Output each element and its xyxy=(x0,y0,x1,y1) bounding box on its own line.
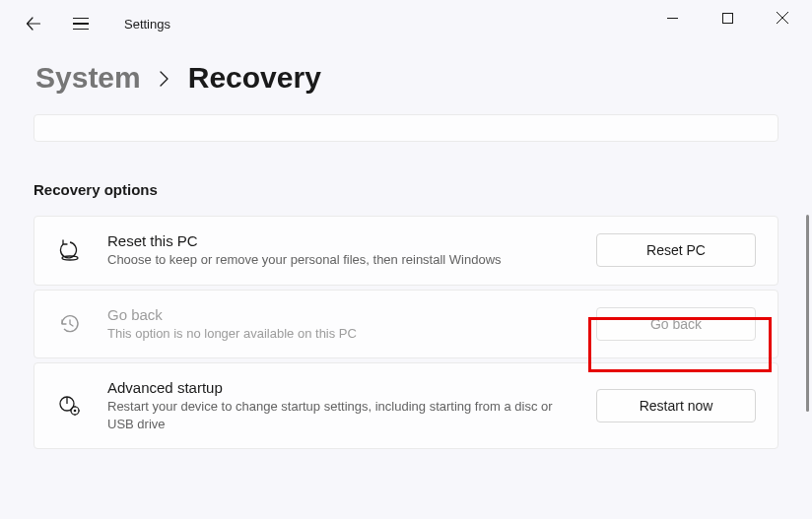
svg-point-8 xyxy=(74,410,77,413)
breadcrumb-parent[interactable]: System xyxy=(35,61,141,95)
maximize-button[interactable] xyxy=(700,0,755,35)
minimize-button[interactable] xyxy=(644,0,700,35)
breadcrumb: System Recovery xyxy=(0,61,812,95)
breadcrumb-current: Recovery xyxy=(188,61,321,95)
maximize-icon xyxy=(722,13,733,24)
nav-menu-button[interactable] xyxy=(69,12,93,35)
card-description: This option is no longer available on th… xyxy=(107,325,573,343)
card-title: Reset this PC xyxy=(107,232,573,249)
card-body: Reset this PC Choose to keep or remove y… xyxy=(107,232,573,269)
history-icon xyxy=(56,310,84,338)
svg-rect-1 xyxy=(722,13,732,23)
go-back-card: Go back This option is no longer availab… xyxy=(34,290,778,359)
chevron-right-icon xyxy=(159,68,170,94)
reset-pc-button[interactable]: Reset PC xyxy=(596,233,756,267)
card-title: Advanced startup xyxy=(107,379,573,396)
card-description: Restart your device to change startup se… xyxy=(107,398,573,432)
advanced-startup-card: Advanced startup Restart your device to … xyxy=(34,362,778,449)
minimize-icon xyxy=(667,13,678,24)
section-title: Recovery options xyxy=(34,181,778,198)
gear-power-icon xyxy=(56,392,84,420)
card-body: Advanced startup Restart your device to … xyxy=(107,379,573,432)
close-button[interactable] xyxy=(755,0,810,35)
window-controls xyxy=(644,0,810,35)
card-description: Choose to keep or remove your personal f… xyxy=(107,251,573,269)
titlebar: Settings xyxy=(0,0,812,47)
content-area: Recovery options Reset this PC Choose to… xyxy=(0,102,812,449)
info-card-partial xyxy=(34,114,778,142)
arrow-left-icon xyxy=(26,16,41,32)
back-button[interactable] xyxy=(22,12,45,35)
card-title: Go back xyxy=(107,306,573,323)
restart-now-button[interactable]: Restart now xyxy=(596,389,756,422)
titlebar-left: Settings xyxy=(0,12,170,35)
go-back-button: Go back xyxy=(596,307,756,341)
card-body: Go back This option is no longer availab… xyxy=(107,306,573,343)
close-icon xyxy=(777,12,788,24)
scrollbar[interactable] xyxy=(806,215,809,412)
reset-icon xyxy=(56,236,84,264)
app-title: Settings xyxy=(124,17,170,32)
reset-pc-card: Reset this PC Choose to keep or remove y… xyxy=(34,216,778,286)
